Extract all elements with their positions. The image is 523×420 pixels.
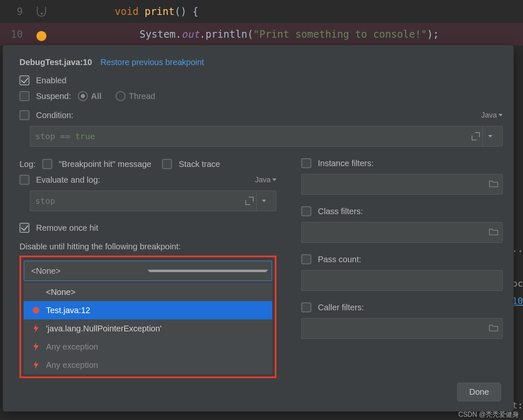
suspend-all-radio[interactable] — [78, 91, 88, 101]
condition-input[interactable]: stop == true — [30, 126, 503, 147]
chevron-down-icon — [499, 114, 503, 116]
enabled-row[interactable]: Enabled — [19, 75, 503, 85]
pass-count-label: Pass count: — [318, 255, 361, 264]
chevron-down-icon — [488, 135, 492, 138]
gutter[interactable] — [27, 7, 56, 17]
exception-bolt-icon — [33, 361, 39, 369]
expand-icon[interactable] — [245, 197, 254, 205]
class-filters-checkbox[interactable] — [301, 206, 311, 216]
bp-hit-message-checkbox[interactable] — [42, 159, 52, 169]
evaluate-placeholder: stop — [35, 196, 242, 206]
condition-label: Condition: — [36, 111, 73, 120]
exception-bolt-icon — [33, 343, 39, 351]
dropdown-item-npe[interactable]: 'java.lang.NullPointerException' — [24, 319, 272, 338]
remove-once-hit-label: Remove once hit — [36, 223, 98, 233]
suspend-row: Suspend: All Thread — [19, 91, 503, 101]
breakpoint-location: DebugTest.java:10 — [19, 58, 92, 67]
suspend-checkbox[interactable] — [19, 91, 29, 101]
disable-until-highlight: <None> <None> Test.java:12 'java.lang.Nu… — [19, 256, 276, 378]
code-line-10: 10 System.out.println("Print something t… — [0, 23, 523, 46]
condition-lang-picker[interactable]: Java — [481, 111, 503, 120]
gutter[interactable] — [27, 29, 56, 39]
disable-until-label: Disable until hitting the following brea… — [19, 242, 276, 251]
dropdown-item-any-exception-2[interactable]: Any exception — [24, 356, 272, 374]
remove-once-hit-row[interactable]: Remove once hit — [19, 223, 276, 233]
watermark: CSDN @秃秃爱健身 — [458, 410, 519, 419]
chevron-down-icon — [262, 200, 266, 202]
stack-trace-label: Stack trace — [179, 159, 220, 169]
folder-icon[interactable] — [489, 180, 498, 189]
class-filters-row[interactable]: Class filters: — [301, 206, 503, 216]
condition-history-button[interactable] — [482, 126, 497, 146]
code-editor: 9 void print() { 10 System.out.println("… — [0, 0, 523, 46]
log-label: Log: — [19, 159, 36, 169]
evaluate-lang-picker[interactable]: Java — [255, 176, 276, 184]
caller-filters-checkbox[interactable] — [301, 302, 311, 312]
instance-filters-checkbox[interactable] — [301, 158, 311, 168]
line-number: 9 — [0, 6, 27, 17]
suspend-all-label: All — [91, 92, 102, 101]
condition-checkbox[interactable] — [19, 110, 29, 120]
disable-until-selected: <None> — [31, 266, 148, 276]
chevron-down-icon — [148, 270, 268, 272]
evaluate-checkbox[interactable] — [19, 175, 29, 185]
done-button[interactable]: Done — [457, 383, 501, 401]
breakpoint-popup: DebugTest.java:10 Restore previous break… — [2, 45, 514, 412]
chevron-down-icon — [272, 179, 276, 181]
caller-filters-input[interactable] — [301, 318, 503, 339]
bp-hit-message-label: "Breakpoint hit" message — [59, 159, 151, 169]
enabled-label: Enabled — [36, 76, 66, 85]
class-filters-input[interactable] — [301, 222, 503, 243]
suspend-label: Suspend: — [36, 92, 71, 101]
condition-placeholder: stop == true — [35, 131, 468, 141]
suspend-thread-label: Thread — [129, 92, 155, 101]
evaluate-history-button[interactable] — [256, 191, 271, 211]
folder-icon[interactable] — [489, 324, 498, 333]
restore-previous-link[interactable]: Restore previous breakpoint — [100, 58, 204, 67]
pass-count-row[interactable]: Pass count: — [301, 254, 503, 264]
suspend-thread-radio[interactable] — [116, 91, 126, 101]
popup-header: DebugTest.java:10 Restore previous break… — [19, 58, 503, 67]
condition-row: Condition: Java — [19, 110, 503, 120]
log-row: Log: "Breakpoint hit" message Stack trac… — [19, 159, 276, 169]
breakpoint-dot-icon — [33, 307, 39, 314]
stack-trace-checkbox[interactable] — [162, 159, 172, 169]
enabled-checkbox[interactable] — [19, 75, 29, 85]
dropdown-item-test-java[interactable]: Test.java:12 — [24, 301, 272, 319]
remove-once-hit-checkbox[interactable] — [19, 223, 29, 233]
class-filters-label: Class filters: — [318, 207, 363, 216]
disable-until-combo[interactable]: <None> — [24, 261, 272, 281]
line-number: 10 — [0, 29, 27, 40]
caller-filters-row[interactable]: Caller filters: — [301, 302, 503, 312]
method-marker-icon — [37, 7, 46, 17]
evaluate-row: Evaluate and log: Java — [19, 175, 276, 185]
instance-filters-input[interactable] — [301, 174, 503, 195]
pass-count-input[interactable] — [301, 270, 503, 291]
instance-filters-row[interactable]: Instance filters: — [301, 158, 503, 168]
evaluate-label: Evaluate and log: — [36, 175, 100, 185]
disable-until-dropdown: <None> Test.java:12 'java.lang.NullPoint… — [24, 283, 272, 374]
folder-icon[interactable] — [489, 228, 498, 237]
dropdown-item-any-exception-1[interactable]: Any exception — [24, 338, 272, 356]
pass-count-checkbox[interactable] — [301, 254, 311, 264]
caller-filters-label: Caller filters: — [318, 303, 364, 312]
instance-filters-label: Instance filters: — [318, 159, 374, 168]
exception-bolt-icon — [33, 324, 39, 333]
expand-icon[interactable] — [472, 132, 480, 140]
dropdown-item-none[interactable]: <None> — [24, 283, 272, 301]
breakpoint-marker-icon[interactable] — [36, 31, 46, 41]
evaluate-input[interactable]: stop — [30, 191, 276, 211]
